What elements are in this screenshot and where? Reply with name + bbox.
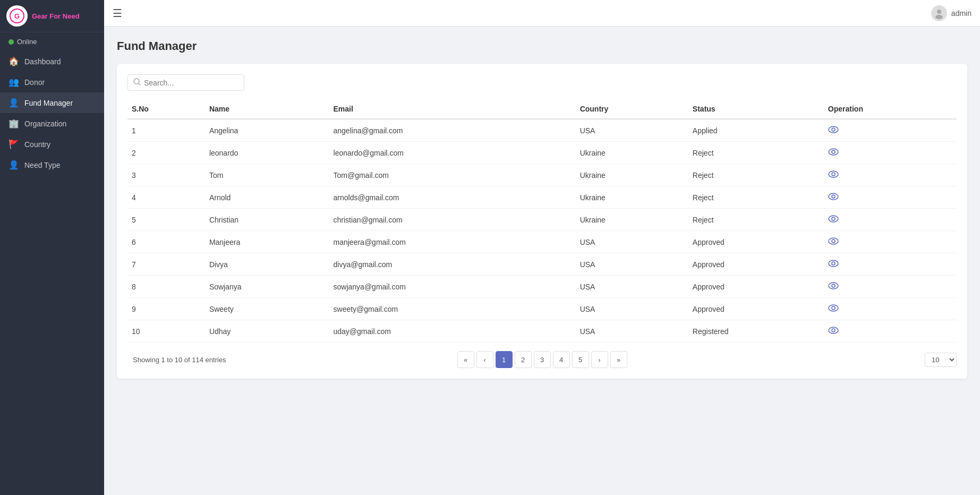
svg-point-8 bbox=[829, 149, 838, 155]
sidebar: G Gear For Need Online 🏠 Dashboard👥 Dono… bbox=[0, 0, 104, 495]
view-icon[interactable] bbox=[828, 169, 839, 180]
sidebar-item-label: Organization bbox=[24, 120, 66, 128]
table-row: 7 Divya divya@gmail.com USA Approved bbox=[127, 253, 957, 276]
cell-country: Ukraine bbox=[576, 142, 688, 164]
table-row: 8 Sowjanya sowjanya@gmail.com USA Approv… bbox=[127, 276, 957, 298]
svg-point-10 bbox=[829, 171, 838, 177]
svg-point-20 bbox=[829, 283, 838, 289]
online-label: Online bbox=[17, 38, 37, 46]
cell-status: Reject bbox=[688, 142, 824, 164]
svg-point-7 bbox=[832, 128, 835, 131]
cell-operation bbox=[824, 276, 957, 298]
page-2-button[interactable]: 2 bbox=[515, 351, 532, 368]
page-first-button[interactable]: « bbox=[457, 351, 474, 368]
cell-name: Christian bbox=[205, 209, 329, 231]
cell-status: Reject bbox=[688, 164, 824, 186]
view-icon[interactable] bbox=[828, 192, 839, 202]
cell-status: Approved bbox=[688, 276, 824, 298]
cell-operation bbox=[824, 298, 957, 320]
svg-line-5 bbox=[139, 83, 140, 85]
cell-name: Sweety bbox=[205, 298, 329, 320]
page-3-button[interactable]: 3 bbox=[534, 351, 551, 368]
svg-point-15 bbox=[832, 217, 835, 220]
view-icon[interactable] bbox=[828, 281, 839, 292]
cell-email: Tom@gmail.com bbox=[329, 164, 576, 186]
svg-point-19 bbox=[832, 262, 835, 265]
page-next-button[interactable]: › bbox=[591, 351, 608, 368]
pagination-controls: « ‹ 1 2 3 4 5 › » bbox=[457, 351, 627, 368]
cell-name: Sowjanya bbox=[205, 276, 329, 298]
sidebar-item-dashboard[interactable]: 🏠 Dashboard bbox=[0, 51, 104, 72]
cell-status: Approved bbox=[688, 298, 824, 320]
search-icon bbox=[133, 78, 141, 87]
need-type-icon: 👤 bbox=[8, 160, 19, 170]
cell-country: USA bbox=[576, 119, 688, 142]
view-icon[interactable] bbox=[828, 125, 839, 135]
view-icon[interactable] bbox=[828, 259, 839, 269]
page-5-button[interactable]: 5 bbox=[572, 351, 589, 368]
cell-country: Ukraine bbox=[576, 209, 688, 231]
cell-email: uday@gmail.com bbox=[329, 320, 576, 343]
cell-sno: 9 bbox=[127, 298, 205, 320]
cell-email: arnolds@gmail.com bbox=[329, 186, 576, 209]
user-area: admin bbox=[931, 5, 972, 21]
search-box bbox=[127, 74, 244, 91]
organization-icon: 🏢 bbox=[8, 118, 19, 129]
cell-country: Ukraine bbox=[576, 164, 688, 186]
view-icon[interactable] bbox=[828, 214, 839, 225]
cell-country: USA bbox=[576, 298, 688, 320]
sidebar-item-organization[interactable]: 🏢 Organization bbox=[0, 113, 104, 134]
cell-operation bbox=[824, 164, 957, 186]
page-4-button[interactable]: 4 bbox=[553, 351, 570, 368]
user-label: admin bbox=[951, 9, 972, 18]
cell-status: Applied bbox=[688, 119, 824, 142]
content-area: Fund Manager S.No bbox=[104, 27, 980, 495]
avatar bbox=[931, 5, 947, 21]
cell-email: manjeera@gmail.com bbox=[329, 231, 576, 253]
svg-point-3 bbox=[935, 15, 943, 19]
table-row: 1 Angelina angelina@gmail.com USA Applie… bbox=[127, 119, 957, 142]
col-email: Email bbox=[329, 99, 576, 119]
svg-point-13 bbox=[832, 195, 835, 198]
sidebar-item-donor[interactable]: 👥 Donor bbox=[0, 72, 104, 92]
table-row: 6 Manjeera manjeera@gmail.com USA Approv… bbox=[127, 231, 957, 253]
topbar: ☰ admin bbox=[104, 0, 980, 27]
view-icon[interactable] bbox=[828, 236, 839, 247]
svg-point-16 bbox=[829, 238, 838, 244]
view-icon[interactable] bbox=[828, 303, 839, 314]
cell-name: Divya bbox=[205, 253, 329, 276]
page-1-button[interactable]: 1 bbox=[496, 351, 513, 368]
nav-items: 🏠 Dashboard👥 Donor👤 Fund Manager🏢 Organi… bbox=[0, 51, 104, 175]
table-row: 5 Christian christian@gmail.com Ukraine … bbox=[127, 209, 957, 231]
page-last-button[interactable]: » bbox=[610, 351, 627, 368]
cell-name: Tom bbox=[205, 164, 329, 186]
view-icon[interactable] bbox=[828, 147, 839, 158]
svg-point-17 bbox=[832, 240, 835, 243]
svg-point-18 bbox=[829, 260, 838, 267]
svg-point-9 bbox=[832, 150, 835, 153]
per-page-select[interactable]: 10 25 50 100 bbox=[925, 353, 957, 367]
cell-email: divya@gmail.com bbox=[329, 253, 576, 276]
fund-manager-table: S.No Name Email Country Status Operation… bbox=[127, 99, 957, 343]
table-row: 9 Sweety sweety@gmail.com USA Approved bbox=[127, 298, 957, 320]
view-icon[interactable] bbox=[828, 326, 839, 336]
svg-point-12 bbox=[829, 193, 838, 200]
hamburger-button[interactable]: ☰ bbox=[113, 7, 122, 20]
cell-status: Reject bbox=[688, 186, 824, 209]
sidebar-item-need-type[interactable]: 👤 Need Type bbox=[0, 155, 104, 175]
svg-point-23 bbox=[832, 306, 835, 310]
page-prev-button[interactable]: ‹ bbox=[476, 351, 493, 368]
sidebar-item-label: Dashboard bbox=[24, 57, 61, 66]
logo-icon: G bbox=[6, 5, 28, 27]
cell-sno: 1 bbox=[127, 119, 205, 142]
sidebar-item-country[interactable]: 🚩 Country bbox=[0, 134, 104, 155]
cell-email: angelina@gmail.com bbox=[329, 119, 576, 142]
per-page-wrapper: 10 25 50 100 bbox=[925, 353, 957, 367]
search-input[interactable] bbox=[144, 79, 238, 87]
cell-country: USA bbox=[576, 276, 688, 298]
cell-operation bbox=[824, 142, 957, 164]
main-area: ☰ admin Fund Manager bbox=[104, 0, 980, 495]
cell-name: leonardo bbox=[205, 142, 329, 164]
cell-country: USA bbox=[576, 320, 688, 343]
sidebar-item-fund-manager[interactable]: 👤 Fund Manager bbox=[0, 92, 104, 113]
